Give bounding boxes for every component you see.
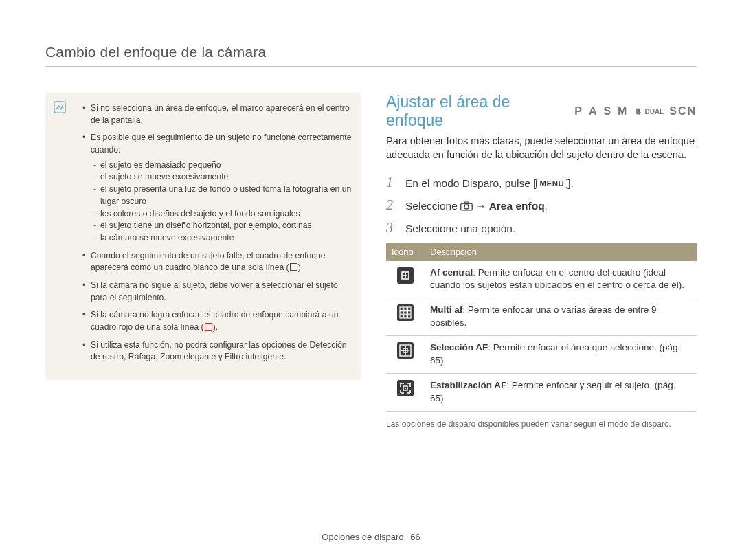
red-frame-icon <box>205 323 212 331</box>
step-3: 3 Seleccione una opción. <box>386 220 697 236</box>
icon-cell <box>386 298 425 336</box>
table-row: Selección AF: Permite enfocar el área qu… <box>386 336 697 374</box>
focus-options-table: Icono Descripción Af central: Permite en… <box>386 243 697 412</box>
note-item: Si utiliza esta función, no podrá config… <box>84 339 352 363</box>
note-subitem: el sujeto tiene un diseño horizontal, po… <box>93 220 352 232</box>
mode-a: A <box>589 105 598 117</box>
manual-page: Cambio del enfoque de la cámara Si no se… <box>0 0 742 560</box>
footer-page: 66 <box>410 532 420 542</box>
note-subitem: el sujeto se mueve excesivamente <box>93 171 352 183</box>
footnote: Las opciones de disparo disponibles pued… <box>386 418 697 430</box>
camera-icon <box>460 200 473 212</box>
desc-cell: Estabilización AF: Permite enfocar y seg… <box>425 373 697 411</box>
table-row: Estabilización AF: Permite enfocar y seg… <box>386 373 697 411</box>
af-central-icon <box>396 267 414 284</box>
mode-indicator-row: P A S M DUAL SCN <box>574 105 697 117</box>
mode-s: S <box>603 105 612 117</box>
estabilizacion-af-icon <box>396 379 414 397</box>
mode-p: P <box>574 105 583 117</box>
step-text: Seleccione una opción. <box>405 223 515 235</box>
icon-cell <box>386 373 425 411</box>
note-text: Si no selecciona un área de enfoque, el … <box>91 103 350 125</box>
th-desc: Descripción <box>425 243 697 261</box>
arrow-icon: → <box>475 200 486 212</box>
svg-rect-2 <box>464 202 469 204</box>
step-2: 2 Seleccione →Area enfoq. <box>386 197 697 213</box>
note-subitem: la cámara se mueve excesivamente <box>93 232 352 245</box>
note-text: ). <box>298 262 303 272</box>
note-text: Es posible que el seguimiento de un suje… <box>91 133 351 155</box>
right-column: Ajustar el área de enfoque P A S M DUAL … <box>386 93 697 430</box>
desc-cell: Multi af: Permite enfocar una o varias á… <box>425 298 697 336</box>
svg-point-3 <box>464 205 469 209</box>
table-row: Af central: Permite enfocar en el centro… <box>386 261 697 298</box>
note-text: Si utiliza esta función, no podrá config… <box>91 340 347 362</box>
icon-cell <box>386 336 425 374</box>
step-text: Seleccione →Area enfoq. <box>405 200 548 212</box>
mode-m: M <box>618 105 628 117</box>
step-number: 2 <box>386 197 398 213</box>
note-text: Si la cámara no sigue al sujeto, debe vo… <box>91 280 338 302</box>
menu-button-icon: MENU <box>536 179 567 188</box>
desc-cell: Af central: Permite enfocar en el centro… <box>425 261 697 298</box>
page-footer: Opciones de disparo 66 <box>0 532 742 542</box>
mode-dual: DUAL <box>633 107 664 116</box>
step-number: 3 <box>386 220 398 236</box>
th-icon: Icono <box>386 243 425 261</box>
section-heading: Ajustar el área de enfoque P A S M DUAL … <box>386 93 697 130</box>
two-column-layout: Si no selecciona un área de enfoque, el … <box>45 93 697 430</box>
note-item: Si la cámara no sigue al sujeto, debe vo… <box>84 280 352 304</box>
multi-af-icon <box>396 304 414 322</box>
table-row: Multi af: Permite enfocar una o varias á… <box>386 298 697 336</box>
desc-cell: Selección AF: Permite enfocar el área qu… <box>425 336 697 374</box>
note-item: Es posible que el seguimiento de un suje… <box>84 132 352 244</box>
note-item: Cuando el seguimiento de un sujeto falle… <box>84 250 352 274</box>
note-list: Si no selecciona un área de enfoque, el … <box>84 102 352 363</box>
note-item: Si no selecciona un área de enfoque, el … <box>84 102 352 126</box>
step-1: 1 En el modo Disparo, pulse [MENU]. <box>386 175 697 190</box>
left-column: Si no selecciona un área de enfoque, el … <box>45 93 361 430</box>
white-frame-icon <box>290 263 297 271</box>
seleccion-af-icon <box>396 341 414 359</box>
note-subitem: el sujeto presenta una luz de fondo o us… <box>93 183 352 208</box>
note-subitem: los colores o diseños del sujeto y el fo… <box>93 208 352 221</box>
heading-text: Ajustar el área de enfoque <box>386 93 562 130</box>
icon-cell <box>386 261 425 298</box>
hand-icon <box>633 107 643 116</box>
steps-list: 1 En el modo Disparo, pulse [MENU]. 2 Se… <box>386 175 697 236</box>
step-number: 1 <box>386 175 398 190</box>
intro-paragraph: Para obtener fotos más claras, puede sel… <box>386 134 697 162</box>
footer-section: Opciones de disparo <box>322 532 403 542</box>
note-sublist: el sujeto es demasiado pequeño el sujeto… <box>93 159 352 245</box>
note-box: Si no selecciona un área de enfoque, el … <box>45 93 361 380</box>
page-title: Cambio del enfoque de la cámara <box>45 44 697 67</box>
mode-scn: SCN <box>669 105 697 117</box>
note-text: ). <box>213 322 218 332</box>
step-text: En el modo Disparo, pulse [MENU]. <box>405 177 574 190</box>
svg-point-25 <box>405 388 407 390</box>
note-item: Si la cámara no logra enfocar, el cuadro… <box>84 309 352 333</box>
note-icon <box>54 101 66 113</box>
note-subitem: el sujeto es demasiado pequeño <box>93 159 352 172</box>
